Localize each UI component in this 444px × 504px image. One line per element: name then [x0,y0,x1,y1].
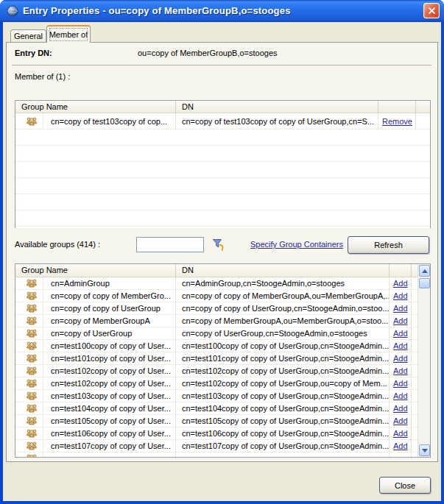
add-link[interactable]: Add [393,416,408,425]
group-name-text: cn=AdminGroup [51,279,110,288]
table-row[interactable]: cn=copy of copy of MemberGro... cn=copy … [15,290,417,302]
grid-line [43,277,43,457]
table-row[interactable]: cn=test102copy of copy of User... cn=tes… [15,377,417,390]
table-row[interactable]: cn=copy of test103copy of cop... cn=copy… [15,113,430,129]
entry-dn-value: ou=copy of MemberGroupB,o=stooges [138,49,278,57]
dn-cell: cn=copy of copy of MemberGroupA,ou=Membe… [176,291,390,300]
group-people-icon [26,116,38,127]
add-link[interactable]: Add [393,379,408,388]
column-header-group-name[interactable]: Group Name [15,264,176,277]
available-table-header: Group Name DN [15,264,417,277]
dn-cell: cn=test106copy of copy of UserGroup,cn=S… [176,429,390,438]
table-row[interactable]: cn=copy of copy of UserGroup cn=copy of … [15,302,417,315]
group-people-icon [26,390,38,402]
action-cell: Add [390,404,412,413]
scrollbar-thumb[interactable] [419,278,430,288]
group-people-icon [26,302,38,314]
chevron-up-icon[interactable] [419,265,430,277]
action-cell: Add [390,441,412,450]
refresh-button[interactable]: Refresh [348,236,429,254]
grid-line [175,277,176,457]
add-link[interactable]: Add [393,404,408,413]
column-header-action[interactable] [390,264,412,277]
action-cell: Add [390,341,412,350]
group-name-cell: cn=test102copy of copy of User... [15,365,176,377]
member-of-table-header: Group Name DN [15,101,430,113]
table-row[interactable]: cn=test106copy of copy of User... cn=tes… [15,427,417,440]
dn-cell: cn=copy of MemberGroupA,ou=MemberGroupA,… [176,316,390,325]
remove-link[interactable]: Remove [382,117,412,126]
specify-group-containers-link[interactable]: Specify Group Containers [250,240,343,249]
group-name-cell: cn=copy of MemberGroupA [15,315,176,327]
table-row[interactable]: cn=copy of UserGroup cn=copy of UserGrou… [15,327,417,340]
table-row[interactable]: cn=test103copy of copy of User... cn=tes… [15,390,417,402]
vertical-scrollbar[interactable] [417,264,430,457]
add-link[interactable]: Add [393,279,408,288]
table-row[interactable]: cn=test102copy of copy of User... cn=tes… [15,365,417,377]
tab-member-of[interactable]: Member of [46,25,91,43]
group-people-icon [26,452,38,457]
group-name-cell: cn=test103copy of copy of User... [15,390,176,402]
group-name-cell: cn=AdminGroup [15,277,176,289]
action-cell: Add [390,354,412,363]
table-row[interactable]: cn=test101copy of copy of User... cn=tes… [15,352,417,365]
table-row[interactable]: cn=test107copy of copy of User... cn=tes… [15,440,417,452]
add-link[interactable]: Add [393,329,408,338]
window-title: Entry Properties - ou=copy of MemberGrou… [23,0,291,22]
add-link[interactable]: Add [393,354,408,363]
column-header-action[interactable] [378,101,416,113]
add-link[interactable]: Add [393,304,408,313]
dn-cell: cn=test101copy of copy of UserGroup,cn=S… [176,354,390,363]
add-link[interactable]: Add [393,316,408,325]
dn-cell: cn=test105copy of copy of UserGroup,cn=S… [176,416,390,425]
table-row[interactable]: cn=test100copy of copy of User... cn=tes… [15,340,417,352]
column-header-filler [412,264,417,277]
close-icon[interactable] [423,3,440,18]
column-header-group-name[interactable]: Group Name [15,101,176,113]
column-header-dn[interactable]: DN [176,264,390,277]
add-link[interactable]: Add [393,391,408,400]
group-name-cell: cn=test102copy of copy of User... [15,377,176,389]
group-name-text: cn=test103copy of copy of User... [51,391,171,400]
group-name-cell: cn=test100copy of copy of User... [15,340,176,352]
group-people-icon [26,340,38,352]
add-link[interactable]: Add [393,429,408,438]
group-name-text: cn=copy of UserGroup [51,329,132,338]
filter-icon[interactable] [212,238,225,251]
table-row[interactable]: cn=copy of MemberGroupA cn=copy of Membe… [15,315,417,327]
dn-cell: cn=AdminGroup,cn=StoogeAdmin,o=stooges [176,279,390,288]
tab-general[interactable]: General [10,29,46,43]
dn-cell: cn=copy of copy of UserGroup,cn=StoogeAd… [176,304,390,313]
group-people-icon [26,365,38,377]
group-people-icon [26,290,38,302]
entry-dn-label: Entry DN: [15,49,52,57]
group-name-text: cn=test105copy of copy of User... [51,416,171,425]
chevron-down-icon[interactable] [419,444,430,456]
group-people-icon [26,277,38,289]
add-link[interactable]: Add [393,341,408,350]
group-people-icon [26,402,38,414]
group-name-text: cn=copy of copy of UserGroup [51,304,161,313]
close-button[interactable]: Close [379,477,431,494]
action-cell: Add [390,279,412,288]
group-name-cell: cn=copy of copy of MemberGro... [15,290,176,302]
action-cell: Add [390,429,412,438]
tab-focus-rect [49,28,88,41]
column-header-dn[interactable]: DN [176,101,378,113]
group-name-cell: cn=test105copy of copy of User... [15,415,176,427]
member-of-count-label: Member of (1) : [15,72,70,81]
group-name-text: cn=copy of copy of MemberGro... [51,291,171,300]
table-row[interactable]: cn=test105copy of copy of User... cn=tes… [15,415,417,427]
action-cell: Add [390,391,412,400]
group-name-cell: cn=test106copy of copy of User... [15,427,176,439]
add-link[interactable]: Add [393,366,408,375]
dn-cell: cn=test100copy of copy of UserGroup,cn=S… [176,341,390,350]
group-name-cell: cn=copy of test103copy of cop... [15,116,176,127]
table-row[interactable]: cn=AdminGroup cn=AdminGroup,cn=StoogeAdm… [15,277,417,290]
table-row[interactable]: cn=test104copy of copy of User... cn=tes… [15,402,417,415]
add-link[interactable]: Add [393,441,408,450]
dn-cell: cn=test107copy of copy of UserGroup,cn=S… [176,441,390,450]
title-bar[interactable]: Entry Properties - ou=copy of MemberGrou… [0,0,444,22]
add-link[interactable]: Add [393,291,408,300]
group-filter-input[interactable] [136,237,204,252]
